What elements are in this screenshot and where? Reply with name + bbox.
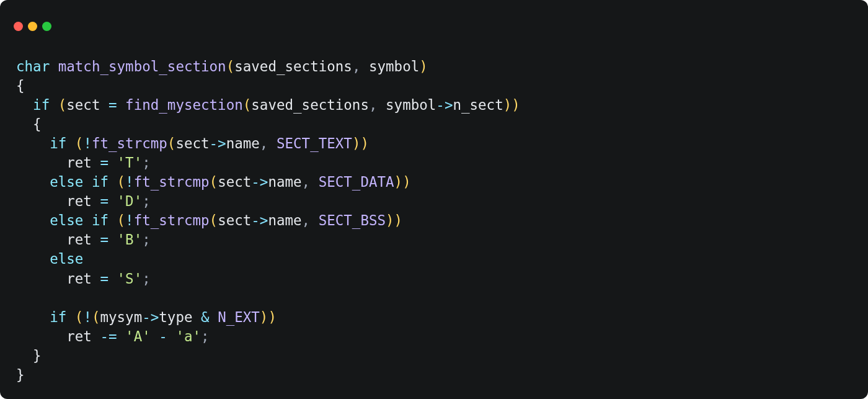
window-minimize-button[interactable] — [28, 22, 37, 31]
code-line: else — [16, 251, 83, 267]
code-line: if (!(mysym->type & N_EXT)) — [16, 309, 277, 325]
code-line: ret = 'T'; — [16, 155, 151, 171]
code-line: } — [16, 347, 42, 364]
code-line: else if (!ft_strcmp(sect->name, SECT_DAT… — [16, 174, 411, 190]
titlebar — [0, 0, 868, 40]
code-line: if (!ft_strcmp(sect->name, SECT_TEXT)) — [16, 135, 369, 151]
window-close-button[interactable] — [14, 22, 23, 31]
code-line: else if (!ft_strcmp(sect->name, SECT_BSS… — [16, 212, 402, 228]
code-block: char match_symbol_section(saved_sections… — [0, 40, 868, 396]
code-window: char match_symbol_section(saved_sections… — [0, 0, 868, 399]
code-line: ret -= 'A' - 'a'; — [16, 328, 210, 344]
code-line: { — [16, 78, 25, 94]
code-line: } — [16, 367, 25, 383]
function-name: match_symbol_section — [58, 58, 226, 74]
code-line: if (sect = find_mysection(saved_sections… — [16, 97, 520, 113]
window-maximize-button[interactable] — [42, 22, 51, 31]
code-line: char match_symbol_section(saved_sections… — [16, 58, 428, 74]
keyword-type: char — [16, 58, 50, 74]
code-line: { — [16, 116, 42, 132]
code-line: ret = 'B'; — [16, 231, 151, 248]
code-line: ret = 'D'; — [16, 193, 151, 209]
code-line: ret = 'S'; — [16, 271, 151, 287]
